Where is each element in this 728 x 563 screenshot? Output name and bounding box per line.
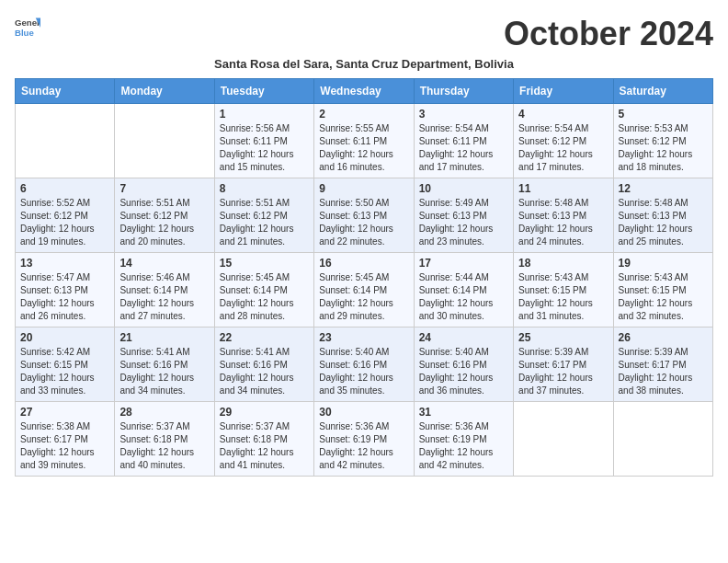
weekday-header-row: SundayMondayTuesdayWednesdayThursdayFrid… <box>16 79 713 104</box>
day-number: 19 <box>619 257 708 270</box>
day-info: Sunrise: 5:53 AMSunset: 6:12 PMDaylight:… <box>619 122 708 174</box>
day-number: 4 <box>518 108 608 121</box>
calendar-cell: 21Sunrise: 5:41 AMSunset: 6:16 PMDayligh… <box>115 327 214 402</box>
calendar-week-row: 6Sunrise: 5:52 AMSunset: 6:12 PMDaylight… <box>16 178 713 253</box>
calendar-cell: 25Sunrise: 5:39 AMSunset: 6:17 PMDayligh… <box>514 327 613 402</box>
day-number: 2 <box>319 108 408 121</box>
day-number: 25 <box>518 331 608 344</box>
day-number: 15 <box>220 257 309 270</box>
day-info: Sunrise: 5:43 AMSunset: 6:15 PMDaylight:… <box>619 271 708 323</box>
calendar-week-row: 27Sunrise: 5:38 AMSunset: 6:17 PMDayligh… <box>16 402 713 477</box>
day-info: Sunrise: 5:45 AMSunset: 6:14 PMDaylight:… <box>319 271 408 323</box>
page-header: General Blue October 2024 <box>15 15 713 53</box>
calendar-cell: 13Sunrise: 5:47 AMSunset: 6:13 PMDayligh… <box>16 253 115 327</box>
day-info: Sunrise: 5:47 AMSunset: 6:13 PMDaylight:… <box>20 271 109 323</box>
calendar-cell <box>115 104 214 178</box>
day-number: 7 <box>119 182 209 195</box>
calendar-cell: 4Sunrise: 5:54 AMSunset: 6:12 PMDaylight… <box>514 104 613 178</box>
calendar-cell: 6Sunrise: 5:52 AMSunset: 6:12 PMDaylight… <box>16 178 115 253</box>
svg-text:Blue: Blue <box>15 28 34 38</box>
calendar-body: 1Sunrise: 5:56 AMSunset: 6:11 PMDaylight… <box>16 104 713 477</box>
calendar-cell <box>613 402 712 477</box>
weekday-header-cell: Saturday <box>613 79 712 104</box>
day-number: 16 <box>319 257 408 270</box>
day-number: 31 <box>419 406 508 419</box>
day-number: 28 <box>119 406 209 419</box>
calendar-week-row: 20Sunrise: 5:42 AMSunset: 6:15 PMDayligh… <box>16 327 713 402</box>
day-number: 3 <box>419 108 508 121</box>
day-number: 10 <box>419 182 508 195</box>
day-number: 11 <box>518 182 608 195</box>
day-info: Sunrise: 5:54 AMSunset: 6:12 PMDaylight:… <box>518 122 608 174</box>
day-number: 5 <box>619 108 708 121</box>
day-info: Sunrise: 5:40 AMSunset: 6:16 PMDaylight:… <box>319 346 408 397</box>
calendar-cell: 24Sunrise: 5:40 AMSunset: 6:16 PMDayligh… <box>414 327 513 402</box>
day-info: Sunrise: 5:36 AMSunset: 6:19 PMDaylight:… <box>319 420 408 472</box>
calendar-cell: 2Sunrise: 5:55 AMSunset: 6:11 PMDaylight… <box>314 104 414 178</box>
calendar-cell: 7Sunrise: 5:51 AMSunset: 6:12 PMDaylight… <box>115 178 214 253</box>
weekday-header-cell: Friday <box>514 79 613 104</box>
day-number: 14 <box>119 257 209 270</box>
day-info: Sunrise: 5:42 AMSunset: 6:15 PMDaylight:… <box>20 346 109 397</box>
calendar-week-row: 13Sunrise: 5:47 AMSunset: 6:13 PMDayligh… <box>16 253 713 327</box>
weekday-header-cell: Thursday <box>414 79 513 104</box>
calendar-table: SundayMondayTuesdayWednesdayThursdayFrid… <box>15 78 713 477</box>
day-number: 1 <box>220 108 309 121</box>
day-number: 12 <box>619 182 708 195</box>
day-number: 18 <box>518 257 608 270</box>
calendar-cell: 26Sunrise: 5:39 AMSunset: 6:17 PMDayligh… <box>613 327 712 402</box>
month-title: October 2024 <box>504 15 713 53</box>
calendar-cell: 29Sunrise: 5:37 AMSunset: 6:18 PMDayligh… <box>214 402 313 477</box>
calendar-cell: 17Sunrise: 5:44 AMSunset: 6:14 PMDayligh… <box>414 253 513 327</box>
calendar-cell: 30Sunrise: 5:36 AMSunset: 6:19 PMDayligh… <box>314 402 414 477</box>
day-info: Sunrise: 5:51 AMSunset: 6:12 PMDaylight:… <box>119 197 209 248</box>
weekday-header-cell: Monday <box>115 79 214 104</box>
day-number: 9 <box>319 182 408 195</box>
day-info: Sunrise: 5:52 AMSunset: 6:12 PMDaylight:… <box>20 197 109 248</box>
day-info: Sunrise: 5:56 AMSunset: 6:11 PMDaylight:… <box>220 122 309 174</box>
day-info: Sunrise: 5:50 AMSunset: 6:13 PMDaylight:… <box>319 197 408 248</box>
calendar-cell: 28Sunrise: 5:37 AMSunset: 6:18 PMDayligh… <box>115 402 214 477</box>
day-number: 6 <box>20 182 109 195</box>
calendar-cell: 1Sunrise: 5:56 AMSunset: 6:11 PMDaylight… <box>214 104 313 178</box>
calendar-cell: 15Sunrise: 5:45 AMSunset: 6:14 PMDayligh… <box>214 253 313 327</box>
day-info: Sunrise: 5:40 AMSunset: 6:16 PMDaylight:… <box>419 346 508 397</box>
day-info: Sunrise: 5:41 AMSunset: 6:16 PMDaylight:… <box>119 346 209 397</box>
weekday-header-cell: Sunday <box>16 79 115 104</box>
calendar-cell: 8Sunrise: 5:51 AMSunset: 6:12 PMDaylight… <box>214 178 313 253</box>
day-info: Sunrise: 5:54 AMSunset: 6:11 PMDaylight:… <box>419 122 508 174</box>
day-number: 23 <box>319 331 408 344</box>
day-info: Sunrise: 5:36 AMSunset: 6:19 PMDaylight:… <box>419 420 508 472</box>
calendar-cell: 22Sunrise: 5:41 AMSunset: 6:16 PMDayligh… <box>214 327 313 402</box>
calendar-cell: 18Sunrise: 5:43 AMSunset: 6:15 PMDayligh… <box>514 253 613 327</box>
calendar-cell: 9Sunrise: 5:50 AMSunset: 6:13 PMDaylight… <box>314 178 414 253</box>
day-info: Sunrise: 5:48 AMSunset: 6:13 PMDaylight:… <box>619 197 708 248</box>
day-number: 24 <box>419 331 508 344</box>
day-number: 8 <box>220 182 309 195</box>
day-info: Sunrise: 5:46 AMSunset: 6:14 PMDaylight:… <box>119 271 209 323</box>
calendar-cell: 27Sunrise: 5:38 AMSunset: 6:17 PMDayligh… <box>16 402 115 477</box>
calendar-cell <box>16 104 115 178</box>
weekday-header-cell: Tuesday <box>214 79 313 104</box>
calendar-cell: 14Sunrise: 5:46 AMSunset: 6:14 PMDayligh… <box>115 253 214 327</box>
day-info: Sunrise: 5:49 AMSunset: 6:13 PMDaylight:… <box>419 197 508 248</box>
day-info: Sunrise: 5:38 AMSunset: 6:17 PMDaylight:… <box>20 420 109 472</box>
calendar-cell: 5Sunrise: 5:53 AMSunset: 6:12 PMDaylight… <box>613 104 712 178</box>
day-info: Sunrise: 5:41 AMSunset: 6:16 PMDaylight:… <box>220 346 309 397</box>
weekday-header-cell: Wednesday <box>314 79 414 104</box>
calendar-cell: 10Sunrise: 5:49 AMSunset: 6:13 PMDayligh… <box>414 178 513 253</box>
calendar-cell: 23Sunrise: 5:40 AMSunset: 6:16 PMDayligh… <box>314 327 414 402</box>
calendar-cell: 19Sunrise: 5:43 AMSunset: 6:15 PMDayligh… <box>613 253 712 327</box>
calendar-cell <box>514 402 613 477</box>
day-number: 20 <box>20 331 109 344</box>
calendar-cell: 20Sunrise: 5:42 AMSunset: 6:15 PMDayligh… <box>16 327 115 402</box>
calendar-cell: 3Sunrise: 5:54 AMSunset: 6:11 PMDaylight… <box>414 104 513 178</box>
calendar-subtitle: Santa Rosa del Sara, Santa Cruz Departme… <box>15 57 713 71</box>
calendar-week-row: 1Sunrise: 5:56 AMSunset: 6:11 PMDaylight… <box>16 104 713 178</box>
calendar-cell: 12Sunrise: 5:48 AMSunset: 6:13 PMDayligh… <box>613 178 712 253</box>
day-info: Sunrise: 5:51 AMSunset: 6:12 PMDaylight:… <box>220 197 309 248</box>
day-number: 29 <box>220 406 309 419</box>
day-number: 17 <box>419 257 508 270</box>
day-info: Sunrise: 5:39 AMSunset: 6:17 PMDaylight:… <box>619 346 708 397</box>
day-info: Sunrise: 5:37 AMSunset: 6:18 PMDaylight:… <box>220 420 309 472</box>
